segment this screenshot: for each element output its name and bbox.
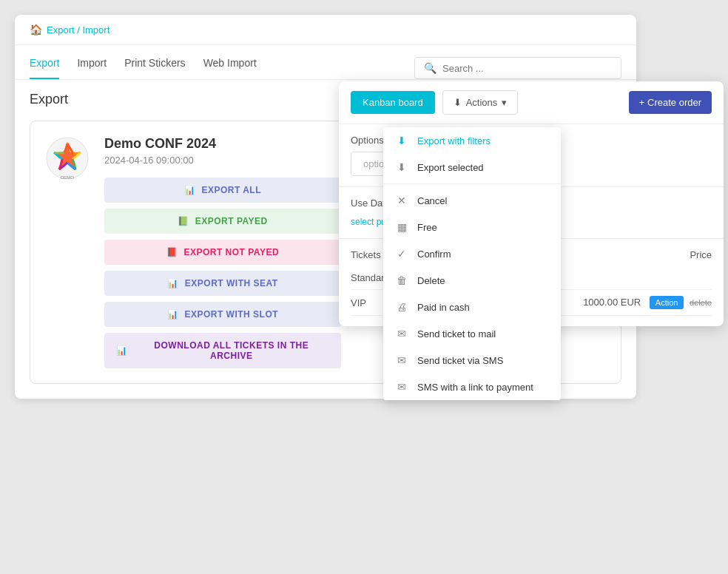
- excel-green-icon: 📗: [178, 216, 189, 226]
- dropdown-divider-1: [383, 183, 561, 184]
- dropdown-item-send-mail[interactable]: ✉ Send ticket to mail: [383, 320, 561, 347]
- ticket-name-standart: Standart: [351, 272, 387, 283]
- second-card: Kanban board ⬇ Actions ▾ + Create order …: [339, 81, 724, 326]
- mail-icon-1: ✉: [395, 328, 408, 340]
- kanban-board-button[interactable]: Kanban board: [351, 91, 435, 114]
- export-payed-button[interactable]: 📗 EXPORT PAYED: [104, 209, 341, 234]
- tab-export[interactable]: Export: [30, 57, 59, 79]
- confirm-icon: ✓: [395, 248, 408, 260]
- price-header: Price: [690, 249, 712, 260]
- tab-import[interactable]: Import: [77, 57, 107, 79]
- actions-dropdown: ⬇ Export with filters ⬇ Export selected …: [383, 127, 561, 400]
- svg-text:DEMO: DEMO: [61, 175, 74, 180]
- tabs-container: Export Import Print Stickers Web Import: [30, 57, 257, 79]
- dropdown-item-send-sms[interactable]: ✉ Send ticket via SMS: [383, 347, 561, 374]
- ticket-action-button[interactable]: Action: [650, 296, 684, 309]
- export-with-seat-button[interactable]: 📊 EXPORT WITH SEAT: [104, 271, 341, 296]
- sms-payment-icon: ✉: [395, 381, 408, 393]
- excel-seat-icon: 📊: [167, 278, 179, 288]
- event-logo: DEMO: [45, 136, 90, 180]
- export-not-payed-button[interactable]: 📕 EXPORT NOT PAYED: [104, 240, 341, 265]
- tab-web-import[interactable]: Web Import: [203, 57, 257, 79]
- chevron-down-icon: ▾: [502, 97, 507, 108]
- excel-icon: 📊: [184, 185, 196, 195]
- free-icon: ▦: [395, 221, 408, 233]
- ticket-name-vip: VIP: [351, 297, 366, 308]
- download-archive-button[interactable]: 📊 DOWNLOAD ALL TICKETS IN THE ARCHIVE: [104, 333, 341, 368]
- dropdown-item-confirm[interactable]: ✓ Confirm: [383, 240, 561, 267]
- excel-slot-icon: 📊: [167, 309, 179, 320]
- download-icon: 📊: [116, 345, 128, 356]
- download-icon-1: ⬇: [395, 135, 408, 146]
- download-icon-2: ⬇: [395, 161, 408, 173]
- ticket-price-vip: 1000.00 EUR Action delete: [583, 296, 712, 309]
- dropdown-item-export-filters[interactable]: ⬇ Export with filters: [383, 127, 561, 154]
- breadcrumb-text: Export / Import: [47, 24, 109, 36]
- dropdown-item-export-selected[interactable]: ⬇ Export selected: [383, 154, 561, 180]
- search-icon: 🔍: [424, 62, 437, 74]
- search-box[interactable]: 🔍: [414, 57, 621, 79]
- create-order-button[interactable]: + Create order: [629, 91, 712, 114]
- dropdown-item-sms-payment[interactable]: ✉ SMS with a link to payment: [383, 374, 561, 400]
- tab-print-stickers[interactable]: Print Stickers: [124, 57, 185, 79]
- delete-icon: 🗑: [395, 274, 408, 286]
- dropdown-item-delete[interactable]: 🗑 Delete: [383, 267, 561, 294]
- tabs-row: Export Import Print Stickers Web Import …: [15, 45, 636, 80]
- actions-button[interactable]: ⬇ Actions ▾: [442, 90, 519, 115]
- breadcrumb: 🏠 Export / Import: [15, 15, 636, 45]
- export-with-slot-button[interactable]: 📊 EXPORT WITH SLOT: [104, 302, 341, 327]
- dropdown-item-free[interactable]: ▦ Free: [383, 214, 561, 240]
- dropdown-item-paid-cash[interactable]: 🖨 Paid in cash: [383, 294, 561, 320]
- dropdown-item-cancel[interactable]: ✕ Cancel: [383, 187, 561, 214]
- cash-icon: 🖨: [395, 301, 408, 313]
- download-small-icon: ⬇: [454, 97, 462, 108]
- cancel-icon: ✕: [395, 195, 408, 206]
- export-all-button[interactable]: 📊 EXPORT ALL: [104, 178, 341, 203]
- home-icon: 🏠: [30, 24, 42, 36]
- sms-icon: ✉: [395, 354, 408, 366]
- tickets-label: Tickets: [351, 249, 381, 260]
- search-input[interactable]: [442, 63, 612, 74]
- excel-red-icon: 📕: [166, 247, 178, 257]
- kanban-header: Kanban board ⬇ Actions ▾ + Create order: [339, 81, 724, 124]
